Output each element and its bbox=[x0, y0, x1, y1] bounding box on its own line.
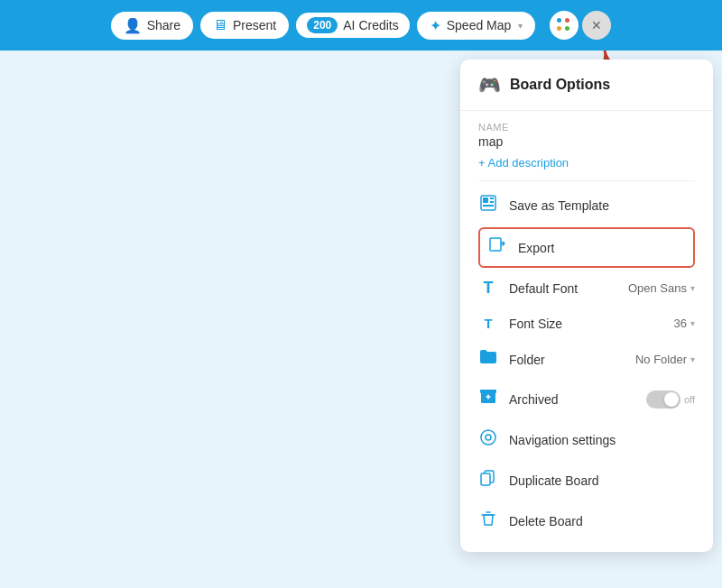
default-font-value: Open Sans ▾ bbox=[628, 281, 695, 295]
duplicate-item[interactable]: Duplicate Board bbox=[478, 460, 695, 501]
svg-point-10 bbox=[486, 435, 491, 440]
font-size-icon: T bbox=[478, 316, 498, 331]
ai-credits-badge: 200 bbox=[307, 17, 338, 33]
add-description-link[interactable]: + Add description bbox=[478, 156, 695, 170]
svg-rect-3 bbox=[490, 198, 494, 199]
font-size-value: 36 ▾ bbox=[674, 317, 695, 330]
duplicate-icon bbox=[478, 469, 498, 492]
folder-label: Folder bbox=[509, 353, 625, 367]
panel-body: Name map + Add description Save as Templ… bbox=[460, 111, 713, 552]
present-button[interactable]: 🖥 Present bbox=[200, 12, 289, 39]
navigation-item[interactable]: Navigation settings bbox=[478, 419, 695, 460]
svg-rect-5 bbox=[483, 205, 494, 207]
avatar-cluster: ✕ bbox=[550, 11, 611, 40]
divider-1 bbox=[478, 180, 695, 181]
topbar-actions: 👤 Share 🖥 Present 200 AI Credits ✦ Speed… bbox=[111, 11, 612, 40]
archived-label: Archived bbox=[509, 392, 635, 407]
present-label: Present bbox=[233, 18, 276, 32]
delete-label: Delete Board bbox=[509, 514, 695, 528]
font-icon: T bbox=[478, 279, 498, 298]
folder-icon bbox=[478, 349, 498, 370]
archived-toggle-label: off bbox=[684, 394, 695, 405]
present-icon: 🖥 bbox=[213, 17, 227, 33]
svg-rect-12 bbox=[481, 473, 490, 485]
export-icon bbox=[487, 236, 507, 259]
topbar: 👤 Share 🖥 Present 200 AI Credits ✦ Speed… bbox=[0, 0, 722, 51]
svg-rect-2 bbox=[483, 198, 488, 203]
speed-map-dropdown-arrow: ▾ bbox=[518, 21, 523, 31]
share-label: Share bbox=[147, 18, 180, 32]
svg-rect-8 bbox=[480, 390, 496, 393]
panel-title: Board Options bbox=[510, 77, 610, 93]
board-options-panel: 🎮 Board Options Name map + Add descripti… bbox=[460, 60, 713, 552]
speed-map-label: Speed Map bbox=[447, 18, 512, 32]
archive-icon bbox=[478, 388, 498, 410]
ai-credits-label: AI Credits bbox=[343, 18, 398, 32]
save-template-item[interactable]: Save as Template bbox=[478, 185, 695, 225]
navigation-label: Navigation settings bbox=[509, 433, 695, 447]
folder-value: No Folder ▾ bbox=[635, 353, 695, 366]
duplicate-label: Duplicate Board bbox=[509, 473, 695, 488]
avatar-dots[interactable] bbox=[550, 11, 579, 40]
archived-toggle-container: off bbox=[646, 390, 695, 409]
name-section: Name map bbox=[478, 122, 695, 149]
archived-toggle[interactable] bbox=[646, 390, 680, 409]
save-template-label: Save as Template bbox=[509, 198, 695, 213]
font-size-item[interactable]: T Font Size 36 ▾ bbox=[478, 307, 695, 340]
navigation-icon bbox=[478, 428, 498, 451]
toggle-knob bbox=[664, 392, 679, 407]
delete-item[interactable]: Delete Board bbox=[478, 501, 695, 541]
folder-item[interactable]: Folder No Folder ▾ bbox=[478, 340, 695, 379]
panel-header: 🎮 Board Options bbox=[460, 60, 713, 111]
ai-credits-button[interactable]: 200 AI Credits bbox=[296, 13, 410, 38]
export-item[interactable]: Export bbox=[478, 227, 695, 268]
share-icon: 👤 bbox=[124, 17, 142, 34]
default-font-item[interactable]: T Default Font Open Sans ▾ bbox=[478, 270, 695, 307]
avatar-close[interactable]: ✕ bbox=[582, 11, 611, 40]
speed-map-button[interactable]: ✦ Speed Map ▾ bbox=[417, 12, 536, 40]
font-size-label: Font Size bbox=[509, 317, 663, 331]
panel-header-icon: 🎮 bbox=[478, 74, 501, 96]
name-value: map bbox=[478, 134, 695, 149]
svg-rect-4 bbox=[490, 201, 494, 203]
default-font-label: Default Font bbox=[509, 281, 617, 296]
name-label: Name bbox=[478, 122, 695, 133]
share-button[interactable]: 👤 Share bbox=[111, 12, 193, 40]
export-label: Export bbox=[518, 241, 686, 255]
svg-point-9 bbox=[481, 430, 495, 445]
template-icon bbox=[478, 194, 498, 216]
svg-rect-6 bbox=[490, 238, 501, 251]
main-area: 🎮 Board Options Name map + Add descripti… bbox=[0, 51, 722, 588]
speed-map-icon: ✦ bbox=[430, 17, 441, 34]
delete-icon bbox=[478, 510, 498, 532]
archived-item[interactable]: Archived off bbox=[478, 379, 695, 419]
